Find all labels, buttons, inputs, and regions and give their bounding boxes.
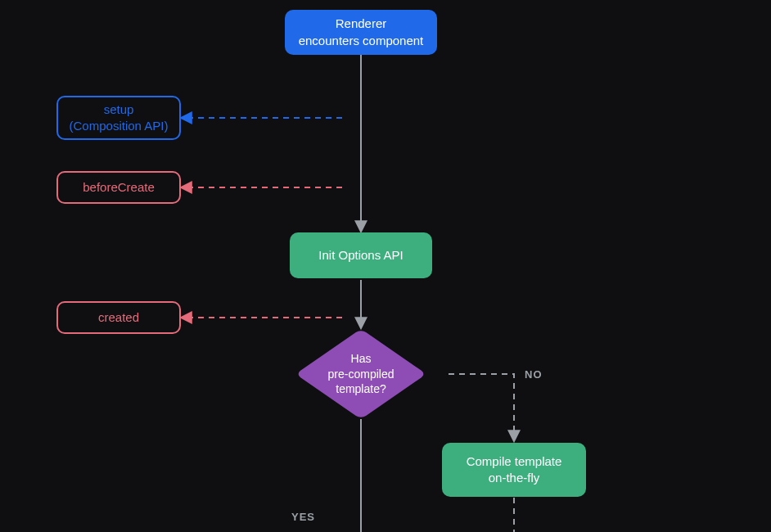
hook-setup-line2: (Composition API) [70, 118, 169, 134]
decision-line2: pre-compiled [328, 367, 395, 382]
label-no: NO [525, 368, 543, 381]
hook-created: created [56, 301, 181, 334]
hook-before-create-label: beforeCreate [83, 179, 155, 196]
node-renderer: Renderer encounters component [285, 10, 437, 55]
decision-line3: template? [328, 381, 395, 397]
node-init-options: Init Options API [290, 232, 432, 278]
node-compile: Compile template on-the-fly [442, 443, 586, 497]
decision-line1: Has [328, 351, 395, 367]
decision-template: Has pre-compiled template? [289, 329, 433, 419]
node-init-options-label: Init Options API [318, 247, 403, 264]
hook-setup: setup (Composition API) [56, 96, 181, 140]
node-compile-line1: Compile template [467, 453, 562, 470]
hook-before-create: beforeCreate [56, 171, 181, 204]
node-compile-line2: on-the-fly [467, 470, 562, 486]
hook-created-label: created [98, 309, 139, 326]
node-renderer-line1: Renderer [299, 16, 424, 32]
hook-setup-line1: setup [70, 101, 169, 118]
node-renderer-line2: encounters component [299, 33, 424, 49]
label-yes: YES [291, 511, 315, 523]
